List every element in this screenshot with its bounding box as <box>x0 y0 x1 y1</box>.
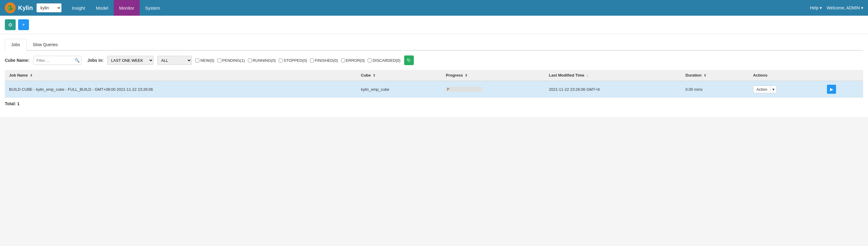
refresh-button[interactable]: ↻ <box>404 56 414 65</box>
col-detail <box>823 70 863 81</box>
checkbox-finished[interactable]: FINISHED(0) <box>310 58 338 63</box>
action-dropdown[interactable]: Action ▾ <box>753 86 777 93</box>
last-modified-cell: 2021-11-22 23:26:06 GMT+8 <box>545 81 681 98</box>
checkbox-running-input[interactable] <box>248 59 252 62</box>
sort-cube-icon: ⇕ <box>373 73 375 77</box>
navbar: 🐉 Kylin kylin Insight Model Monitor Syst… <box>0 0 868 16</box>
add-button[interactable]: + <box>18 19 29 30</box>
col-cube[interactable]: Cube ⇕ <box>357 70 442 81</box>
action-label: Action <box>753 86 771 93</box>
sort-job-name-icon: ⇕ <box>30 73 33 77</box>
nav-system[interactable]: System <box>140 0 165 16</box>
status-select[interactable]: ALL NEW PENDING RUNNING STOPPED FINISHED… <box>157 56 192 65</box>
settings-icon: ⚙ <box>8 22 12 28</box>
nav-model[interactable]: Model <box>91 0 114 16</box>
filter-bar: Cube Name: 🔍 Jobs in: LAST ONE WEEK LAST… <box>5 51 863 70</box>
sort-last-modified-icon: ↓ <box>586 73 588 77</box>
table-header-row: Job Name ⇕ Cube ⇕ Progress ⇕ Last Modifi… <box>5 70 863 81</box>
checkbox-pending[interactable]: PENDING(1) <box>217 58 245 63</box>
progress-cell: P <box>441 81 545 98</box>
col-progress[interactable]: Progress ⇕ <box>441 70 545 81</box>
checkbox-error[interactable]: ERROR(0) <box>341 58 365 63</box>
refresh-icon: ↻ <box>407 58 411 63</box>
cube-name-label: Cube Name: <box>5 58 30 63</box>
nav-monitor[interactable]: Monitor <box>114 0 140 16</box>
jobs-in-label: Jobs in: <box>88 58 104 63</box>
nav-insight[interactable]: Insight <box>66 0 91 16</box>
tab-jobs[interactable]: Jobs <box>5 39 27 51</box>
col-actions: Actions <box>749 70 823 81</box>
detail-cell: ▶ <box>823 81 863 98</box>
search-button[interactable]: 🔍 <box>74 58 80 63</box>
project-select-wrap[interactable]: kylin <box>36 3 62 12</box>
checkbox-error-input[interactable] <box>341 59 345 62</box>
user-menu[interactable]: Welcome, ADMIN ▾ <box>827 5 863 10</box>
time-period-select[interactable]: LAST ONE WEEK LAST ONE DAY LAST ONE MONT… <box>107 56 154 65</box>
main-content: Jobs Slow Queries Cube Name: 🔍 Jobs in: … <box>0 34 868 117</box>
help-menu[interactable]: Help ▾ <box>810 5 822 10</box>
col-job-name[interactable]: Job Name ⇕ <box>5 70 357 81</box>
cube-cell: kylin_emp_cube <box>357 81 442 98</box>
progress-bar: P <box>446 87 482 92</box>
checkbox-stopped-input[interactable] <box>279 59 283 62</box>
kylin-logo: 🐉 <box>5 2 16 13</box>
action-caret-icon[interactable]: ▾ <box>771 86 776 93</box>
search-icon: 🔍 <box>74 58 80 63</box>
project-select[interactable]: kylin <box>36 3 62 12</box>
nav-right: Help ▾ Welcome, ADMIN ▾ <box>810 5 863 10</box>
brand-name: Kylin <box>18 4 33 11</box>
action-cell: Action ▾ <box>749 81 823 98</box>
tab-slow-queries[interactable]: Slow Queries <box>27 39 64 51</box>
sort-progress-icon: ⇕ <box>465 73 467 77</box>
toolbar: ⚙ + <box>0 16 868 34</box>
settings-button[interactable]: ⚙ <box>5 19 16 30</box>
checkbox-finished-input[interactable] <box>310 59 314 62</box>
checkbox-discarded-input[interactable] <box>368 59 372 62</box>
col-last-modified[interactable]: Last Modified Time ↓ <box>545 70 681 81</box>
progress-label: P <box>447 87 449 92</box>
total-label: Total: 1 <box>5 98 863 110</box>
logo-icon: 🐉 <box>7 4 13 11</box>
detail-arrow-icon: ▶ <box>830 87 833 92</box>
detail-button[interactable]: ▶ <box>827 85 836 94</box>
sort-duration-icon: ⇕ <box>704 73 706 77</box>
col-duration[interactable]: Duration ⇕ <box>681 70 749 81</box>
brand-logo: 🐉 Kylin <box>5 2 33 13</box>
checkbox-stopped[interactable]: STOPPED(0) <box>279 58 307 63</box>
status-checkboxes: NEW(0) PENDING(1) RUNNING(0) STOPPED(0) … <box>195 58 401 63</box>
duration-cell: 0.00 mins <box>681 81 749 98</box>
checkbox-discarded[interactable]: DISCARDED(0) <box>368 58 400 63</box>
cube-name-input[interactable] <box>33 56 82 65</box>
cube-name-filter-wrap: 🔍 <box>33 56 82 65</box>
jobs-table: Job Name ⇕ Cube ⇕ Progress ⇕ Last Modifi… <box>5 70 863 98</box>
nav-links: Insight Model Monitor System <box>66 0 810 16</box>
checkbox-running[interactable]: RUNNING(0) <box>248 58 276 63</box>
checkbox-new[interactable]: NEW(0) <box>195 58 214 63</box>
table-row: BUILD CUBE - kylin_emp_cube - FULL_BUILD… <box>5 81 863 98</box>
job-name-cell: BUILD CUBE - kylin_emp_cube - FULL_BUILD… <box>5 81 357 98</box>
checkbox-new-input[interactable] <box>195 59 199 62</box>
checkbox-pending-input[interactable] <box>217 59 221 62</box>
tabs: Jobs Slow Queries <box>5 34 863 51</box>
plus-icon: + <box>22 22 25 27</box>
